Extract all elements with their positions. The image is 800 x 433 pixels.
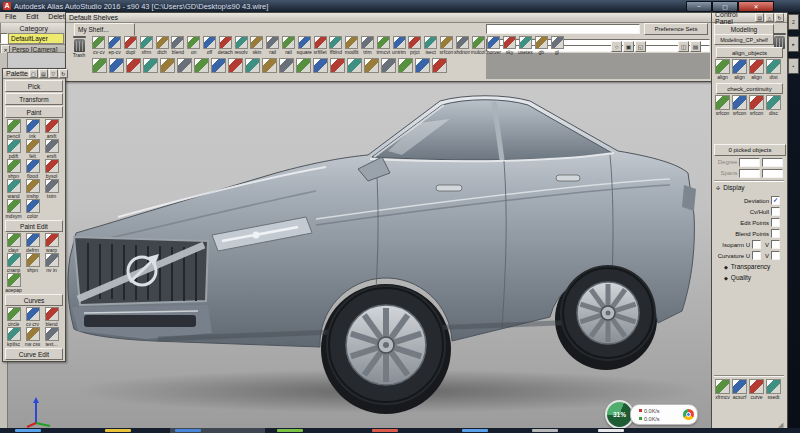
tool-srfcon[interactable]: srfcon <box>748 95 765 116</box>
edge-tab-2[interactable]: ▸ <box>788 36 799 52</box>
tool-shdnon[interactable]: shdnon <box>454 36 470 55</box>
tool-rail[interactable]: rail <box>265 36 281 55</box>
checkbox[interactable] <box>771 207 780 216</box>
checkbox[interactable]: ✓ <box>771 196 780 205</box>
taskbar-app-icon[interactable] <box>372 429 398 432</box>
tool-detach[interactable]: detach <box>217 36 233 55</box>
cycle-icon[interactable]: ↻ <box>775 13 784 22</box>
tool-rail[interactable]: rail <box>281 36 297 55</box>
edge-tab-3[interactable]: ▪ <box>788 58 799 74</box>
tool-trim[interactable]: trim <box>360 36 376 55</box>
palette-section-paint-edit[interactable]: Paint Edit <box>5 220 63 232</box>
cycle-icon[interactable]: ↻ <box>59 69 68 78</box>
tool-aoepap[interactable]: aoepap <box>4 273 23 293</box>
shelf-tool[interactable] <box>91 58 108 73</box>
tool-trmcvt[interactable]: trmcvt <box>375 36 391 55</box>
lamp-icon[interactable]: ○ <box>611 41 622 52</box>
checkbox-v[interactable] <box>771 240 780 249</box>
tool-skin[interactable]: skin <box>249 36 265 55</box>
tool-on[interactable]: on <box>186 36 202 55</box>
tool-color[interactable]: color <box>23 199 42 219</box>
tool-disc[interactable]: disc <box>765 95 782 116</box>
front-wheel[interactable] <box>326 285 446 405</box>
shelf-tool[interactable] <box>414 58 431 73</box>
preference-sets-button[interactable]: Preference Sets <box>644 23 708 35</box>
shelf-tool[interactable] <box>108 58 125 73</box>
shelf-tool[interactable] <box>142 58 159 73</box>
palette-titlebar[interactable]: Palette ▢▤▽↻ <box>3 69 65 79</box>
shelf-tool[interactable] <box>431 58 448 73</box>
tool-mdsym[interactable]: mdsym <box>4 199 23 219</box>
tool-dtst[interactable]: dtst <box>765 59 782 80</box>
tool-kptlsc[interactable]: kptlsc <box>4 327 23 347</box>
quality-section[interactable]: ◆ Quality <box>724 274 751 281</box>
taskbar-app-icon[interactable] <box>105 429 131 432</box>
pin-icon[interactable]: ▽ <box>49 69 58 78</box>
tool-curve[interactable]: curve <box>748 379 765 400</box>
checkbox-v[interactable] <box>771 251 780 260</box>
tool-cnanp[interactable]: cnanp <box>4 253 23 273</box>
tool-gl[interactable]: gl <box>549 36 565 55</box>
tool-ink[interactable]: ink <box>23 119 42 139</box>
tool-align[interactable]: align <box>748 59 765 80</box>
tool-clayr[interactable]: clayr <box>4 233 23 253</box>
tool-srfcon[interactable]: srfcon <box>714 95 731 116</box>
tab-my-shelf[interactable]: My Shelf... <box>74 23 135 36</box>
shelf-tool[interactable] <box>380 58 397 73</box>
expand-icon[interactable]: ✣ <box>716 185 720 191</box>
tool-blend[interactable]: blend <box>42 307 61 327</box>
control-panel-window[interactable]: Control Panel ▤△↻ Modeling Modeling_CP_s… <box>711 12 788 433</box>
taskbar-app-icon[interactable] <box>277 429 303 432</box>
tool-gb[interactable]: gb <box>533 36 549 55</box>
panel-icon[interactable]: ▤ <box>690 41 701 52</box>
tool-pencil[interactable]: pencil <box>4 119 23 139</box>
spans-input-v[interactable] <box>762 169 783 178</box>
shelf-tool[interactable] <box>210 58 227 73</box>
layer-visibility-toggle[interactable] <box>0 33 8 44</box>
tool-defrm[interactable]: defrm <box>23 233 42 253</box>
tool-modfit[interactable]: modfit <box>344 36 360 55</box>
tool-text-[interactable]: text... <box>42 327 61 347</box>
shelf-tool[interactable] <box>227 58 244 73</box>
windows-taskbar[interactable] <box>0 428 800 433</box>
shelf-tool[interactable] <box>346 58 363 73</box>
degree-input-u[interactable] <box>739 158 760 167</box>
tool-square[interactable]: square <box>296 36 312 55</box>
tool-untrim[interactable]: untrim <box>391 36 407 55</box>
shelf-tool[interactable] <box>397 58 414 73</box>
tool-arsft[interactable]: arsft <box>42 119 61 139</box>
trash-icon[interactable] <box>74 39 85 52</box>
tool-blend[interactable]: blend <box>170 36 186 55</box>
stack-icon[interactable]: ▤ <box>755 13 764 22</box>
perspective-viewport[interactable] <box>8 53 711 428</box>
tool-acsurf[interactable]: acsurf <box>731 379 748 400</box>
taskbar-app-icon[interactable] <box>462 429 488 432</box>
tool-ep-cv[interactable]: ep-cv <box>107 36 123 55</box>
taskbar-app-icon[interactable] <box>598 429 624 432</box>
shelf-tool[interactable] <box>193 58 210 73</box>
tool-txtm[interactable]: txtm <box>42 179 61 199</box>
edge-tab-1[interactable]: 2 <box>788 14 799 30</box>
minimize-icon[interactable]: ▢ <box>29 69 38 78</box>
pick-icon[interactable]: ◱ <box>635 41 646 52</box>
grid-icon[interactable]: ▣ <box>623 41 634 52</box>
shelf-tool[interactable] <box>329 58 346 73</box>
car-3d-model[interactable] <box>58 67 710 425</box>
shelf-tool[interactable] <box>295 58 312 73</box>
palette-window[interactable]: Palette ▢▤▽↻ PickTransformPaintpencilink… <box>2 68 66 362</box>
cp-group-align_objects[interactable]: align_objects <box>716 47 783 58</box>
rear-wheel[interactable] <box>560 265 656 361</box>
tool-inshp[interactable]: inshp <box>23 179 42 199</box>
tool-xfrmcv[interactable]: xfrmcv <box>714 379 731 400</box>
tool-pdift[interactable]: pdift <box>4 139 23 159</box>
transparency-section[interactable]: ◆ Transparency <box>724 263 770 270</box>
checkbox[interactable] <box>752 240 761 249</box>
degree-input-v[interactable] <box>762 158 783 167</box>
default-layer-item[interactable]: DefaultLayer <box>8 33 64 44</box>
tool-revolv[interactable]: revolv <box>233 36 249 55</box>
taskbar-app-icon[interactable] <box>532 429 558 432</box>
tool-dtch[interactable]: dtch <box>154 36 170 55</box>
tool-isect[interactable]: isect <box>423 36 439 55</box>
tool-shpn[interactable]: shpn <box>4 159 23 179</box>
palette-section-pick[interactable]: Pick <box>5 80 63 92</box>
